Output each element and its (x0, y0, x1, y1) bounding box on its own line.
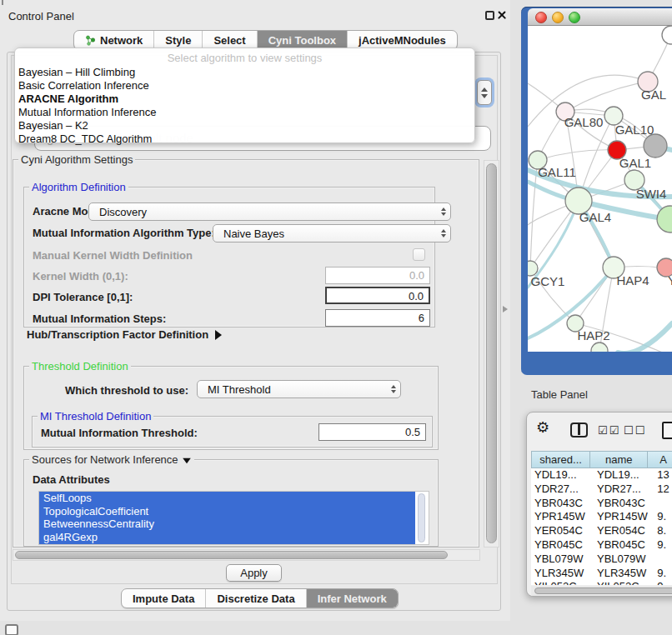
algorithm-option-mutual-information-inference[interactable]: Mutual Information Inference (18, 106, 472, 119)
settings-vertical-scrollbar[interactable] (484, 160, 499, 548)
network-window-titlebar[interactable] (528, 8, 672, 26)
which-threshold-value: MI Threshold (208, 383, 271, 396)
table-cell: YIL052C (531, 580, 590, 585)
splitter-collapse-icon[interactable] (503, 306, 508, 312)
select-all-checkboxes-icon[interactable]: ☑☑ (598, 424, 620, 437)
table-cell: YBL079W (590, 552, 649, 567)
table-cell: YLR345W (531, 567, 590, 581)
columns-icon[interactable] (570, 422, 588, 438)
algorithm-definition-title: Algorithm Definition (29, 181, 128, 193)
column-header-shared-name[interactable]: shared... (532, 452, 590, 468)
node-label-gal1: GAL1 (619, 156, 651, 170)
focused-combobox-spinner[interactable] (477, 80, 492, 105)
scrollbar-thumb[interactable] (534, 588, 672, 594)
network-node[interactable] (644, 134, 667, 158)
table-panel-title: Table Panel (531, 388, 588, 401)
column-header-clipped[interactable]: A (648, 452, 672, 468)
attribute-item-betweennesscentrality[interactable]: BetweennessCentrality (39, 518, 415, 531)
tab-infer-network[interactable]: Infer Network (307, 589, 398, 608)
spinner-up-icon (481, 88, 488, 92)
close-traffic-light-icon[interactable] (535, 12, 547, 23)
table-row-ybr045c[interactable]: YBR045CYBR045C9. (531, 538, 672, 552)
deselect-all-checkboxes-icon[interactable]: ☐☐ (624, 424, 646, 437)
aracne-mode-value: Discovery (99, 206, 147, 218)
table-row-yer054c[interactable]: YER054CYER054C8. (531, 524, 672, 538)
table-row-ybr043c[interactable]: YBR043CYBR043C (531, 497, 672, 511)
close-icon[interactable] (497, 10, 507, 20)
attribute-item-selfloops[interactable]: SelfLoops (39, 492, 415, 505)
combo-spinner-icon (441, 225, 446, 242)
mi-threshold-field[interactable]: 0.5 (318, 423, 426, 441)
table-row-ydl19-[interactable]: YDL19...YDL19...13 (531, 468, 672, 482)
network-edge[interactable] (538, 150, 617, 160)
tab-network[interactable]: Network (74, 31, 154, 49)
tab-select[interactable]: Select (203, 31, 257, 49)
table-cell: YBL079W (531, 552, 590, 567)
docked-panel-icon[interactable] (5, 624, 18, 635)
algorithm-popup-list: Bayesian – Hill ClimbingBasic Correlatio… (18, 66, 472, 146)
tab-cyni-toolbox[interactable]: Cyni Toolbox (258, 31, 348, 49)
network-node[interactable] (662, 26, 672, 44)
minimize-traffic-light-icon[interactable] (552, 12, 564, 23)
mi-threshold-definition-group: MI Threshold Definition Mutual Informati… (32, 416, 433, 448)
mi-steps-label: Mutual Information Steps: (33, 312, 166, 325)
tab-label: Style (165, 34, 191, 47)
tab-style[interactable]: Style (154, 31, 203, 49)
apply-button[interactable]: Apply (226, 564, 282, 582)
algorithm-option-bayesian-hill-climbing[interactable]: Bayesian – Hill Climbing (18, 66, 472, 79)
float-window-icon[interactable] (485, 11, 494, 20)
which-threshold-combobox[interactable]: MI Threshold (197, 380, 401, 398)
algorithm-option-aracne-algorithm[interactable]: ARACNE Algorithm (18, 92, 472, 106)
kernel-width-field[interactable]: 0.0 (325, 267, 430, 284)
column-header-name[interactable]: name (590, 452, 648, 468)
attribute-item-topologicalcoefficient[interactable]: TopologicalCoefficient (39, 505, 415, 518)
mi-algorithm-type-combobox[interactable]: Naive Bayes (213, 224, 451, 242)
tab-label: Discretize Data (217, 592, 294, 605)
cyni-settings-title: Cyni Algorithm Settings (18, 153, 135, 166)
manual-kernel-width-label: Manual Kernel Width Definition (33, 249, 193, 262)
node-label-gal4: GAL4 (579, 210, 611, 224)
table-row-ypr145w[interactable]: YPR145WYPR145W9. (531, 510, 672, 524)
network-node[interactable] (657, 206, 672, 232)
zoom-traffic-light-icon[interactable] (569, 12, 580, 23)
node-label-y: Y (668, 273, 672, 288)
mi-algorithm-type-value: Naive Bayes (223, 228, 284, 240)
scrollbar-thumb[interactable] (486, 163, 497, 543)
which-threshold-label: Which threshold to use: (65, 384, 188, 397)
hub-definition-expander[interactable]: Hub/Transcription Factor Definition (27, 328, 222, 341)
algorithm-option-dream8-dc-tdc-algorithm[interactable]: Dream8 DC_TDC Algorithm (18, 132, 472, 146)
tab-impute-data[interactable]: Impute Data (122, 589, 206, 608)
table-row-ydr27-[interactable]: YDR27...YDR27...12 (531, 482, 672, 497)
export-table-icon[interactable] (662, 422, 672, 439)
node-label-gal11: GAL11 (538, 165, 576, 179)
table-row-yil052c[interactable]: YIL052CYIL052C9. (531, 580, 672, 585)
algorithm-popup-hint: Select algorithm to view settings (15, 52, 474, 64)
algorithm-option-bayesian-k2[interactable]: Bayesian – K2 (18, 119, 472, 132)
attributes-list-scrollbar[interactable] (418, 493, 425, 542)
node-label-gal: GAL (641, 88, 666, 102)
tab-label: Select (213, 34, 245, 47)
table-horizontal-scrollbar[interactable] (531, 586, 672, 596)
mi-steps-field[interactable]: 6 (325, 309, 430, 327)
aracne-mode-combobox[interactable]: Discovery (88, 202, 451, 221)
network-edge[interactable] (565, 82, 648, 112)
algorithm-option-basic-correlation-inference[interactable]: Basic Correlation Inference (18, 79, 472, 92)
scrollbar-thumb[interactable] (15, 551, 448, 559)
node-label-gal80: GAL80 (564, 115, 604, 129)
manual-kernel-width-checkbox[interactable] (413, 248, 425, 261)
bottom-tab-bar: Impute DataDiscretize DataInfer Network (121, 588, 399, 608)
settings-horizontal-scrollbar[interactable] (13, 549, 480, 561)
tab-jactivemnodules[interactable]: jActiveMNodules (348, 31, 457, 49)
dpi-tolerance-field[interactable]: 0.0 (325, 287, 430, 304)
sources-group: Sources for Network Inference Data Attri… (23, 459, 439, 547)
network-canvas[interactable]: GALGAL80GAL10GAL1GAL11SWI4GAL4GCY1HAP4YH… (528, 26, 672, 352)
table-row-ylr345w[interactable]: YLR345WYLR345W9. (531, 567, 672, 581)
attribute-item-gal4rgexp[interactable]: gal4RGexp (39, 531, 415, 544)
network-node[interactable] (591, 342, 608, 352)
table-row-ybl079w[interactable]: YBL079WYBL079W (531, 552, 672, 567)
sources-title[interactable]: Sources for Network Inference (29, 453, 194, 466)
network-edge-thick[interactable] (618, 323, 672, 352)
gear-icon[interactable]: ⚙ (536, 418, 549, 436)
table-cell: YDR27... (590, 482, 649, 497)
tab-discretize-data[interactable]: Discretize Data (206, 589, 306, 608)
